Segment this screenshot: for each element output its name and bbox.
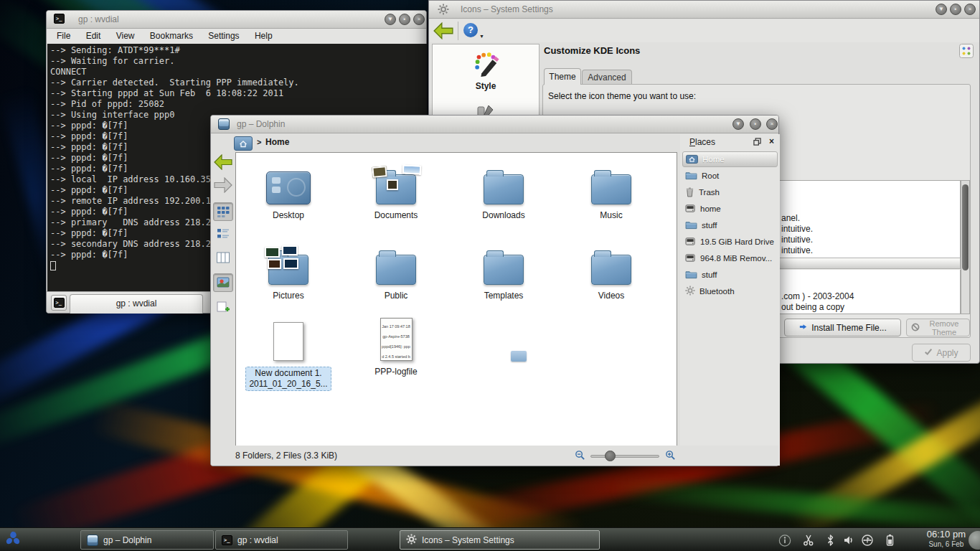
back-arrow-icon[interactable]	[433, 22, 453, 42]
battery-icon[interactable]	[883, 534, 896, 547]
volume-icon[interactable]	[842, 534, 855, 547]
scrollbar-handle[interactable]	[962, 184, 969, 270]
menu-settings[interactable]: Settings	[202, 29, 245, 43]
no-entry-icon	[911, 323, 920, 333]
folder-item[interactable]: Music	[561, 160, 661, 220]
dolphin-icon	[218, 118, 230, 130]
gear-icon	[438, 4, 449, 15]
place-bluetooth[interactable]: Bluetooth	[682, 283, 778, 299]
install-theme-button[interactable]: Install Theme File...	[784, 319, 901, 336]
apply-button[interactable]: Apply	[912, 344, 971, 362]
panel-toolbox-icon[interactable]	[969, 531, 980, 550]
launcher-icon[interactable]	[3, 529, 23, 551]
dolphin-window: gp – Dolphin ▼ ▪ × > Home	[210, 115, 779, 466]
folder-item[interactable]: Desktop	[238, 160, 339, 220]
breadcrumb-location[interactable]: Home	[265, 137, 289, 147]
downloads-folder-icon	[484, 174, 524, 204]
clock-time: 06:10 pm	[927, 529, 966, 540]
settings-titlebar[interactable]: Icons – System Settings ▼ ▪ ×	[429, 1, 979, 19]
status-bar: 8 Folders, 2 Files (3.3 KiB)	[211, 446, 778, 466]
breadcrumb-separator-icon: >	[257, 138, 261, 146]
folder-item[interactable]: Downloads	[453, 160, 554, 220]
dolphin-icon	[87, 534, 98, 546]
help-icon[interactable]: ?	[463, 23, 478, 37]
scrollbar[interactable]	[961, 180, 970, 314]
maximize-button[interactable]: ▪	[750, 118, 761, 130]
scissors-icon[interactable]	[802, 534, 815, 547]
back-arrow-icon[interactable]	[213, 153, 233, 171]
close-button[interactable]: ×	[766, 118, 778, 130]
zoom-out-icon[interactable]	[575, 450, 585, 463]
pictures-folder-icon	[268, 255, 308, 285]
forward-arrow-icon[interactable]	[213, 176, 233, 194]
menu-edit[interactable]: Edit	[80, 29, 108, 43]
remove-theme-button[interactable]: Remove Theme	[906, 319, 970, 336]
menu-bookmarks[interactable]: Bookmarks	[143, 29, 199, 43]
theme-description-text: out being a copy	[781, 302, 844, 312]
place-stuff2[interactable]: stuff	[682, 267, 778, 283]
terminal-icon: >_	[222, 535, 232, 545]
file-item-selected[interactable]: New document 1.2011_01_20_16_5...	[238, 314, 339, 391]
details-view-button[interactable]	[213, 225, 233, 243]
menu-file[interactable]: File	[50, 29, 77, 43]
taskbar-task-dolphin[interactable]: gp – Dolphin	[80, 530, 214, 550]
dolphin-window-title: gp – Dolphin	[237, 119, 285, 129]
icons-view-button[interactable]	[213, 202, 233, 221]
music-folder-icon	[591, 174, 631, 204]
menu-view[interactable]: View	[110, 29, 141, 43]
minimize-button[interactable]: ▼	[385, 14, 396, 25]
place-stuff[interactable]: stuff	[682, 217, 778, 233]
float-panel-icon[interactable]	[753, 138, 761, 148]
folder-item[interactable]: Videos	[561, 240, 661, 301]
clock[interactable]: 06:10 pm Sun, 6 Feb	[927, 529, 966, 550]
bluetooth-icon[interactable]	[824, 534, 837, 547]
preview-button[interactable]	[213, 273, 233, 292]
folder-item[interactable]: Public	[346, 240, 446, 301]
new-tab-button[interactable]: >_	[51, 295, 67, 311]
desktop: >_ gp : wvdial ▼ ▪ × File Edit View Book…	[0, 0, 980, 551]
place-home[interactable]: Home	[682, 151, 778, 167]
info-icon[interactable]	[778, 534, 791, 547]
home-folder-icon[interactable]	[234, 136, 253, 151]
file-item[interactable]: Jan 17 09:47:18 gp-Aspire-5738 pppd[1946…	[346, 314, 446, 377]
tab-advanced[interactable]: Advanced	[582, 70, 632, 85]
terminal-tab[interactable]: gp : wvdial	[70, 294, 203, 314]
minimize-button[interactable]: ▼	[732, 118, 744, 130]
dolphin-titlebar[interactable]: gp – Dolphin ▼ ▪ ×	[211, 116, 778, 133]
public-folder-icon	[376, 255, 416, 285]
close-button[interactable]: ×	[413, 14, 425, 25]
style-category[interactable]: Style	[433, 50, 539, 91]
split-view-button[interactable]	[213, 298, 233, 316]
taskbar-task-terminal[interactable]: >_ gp : wvdial	[215, 530, 348, 550]
zoom-slider-track[interactable]	[590, 455, 659, 458]
place-removable-drive[interactable]: 964.8 MiB Remov...	[682, 250, 778, 266]
columns-view-button[interactable]	[213, 248, 233, 267]
folder-item[interactable]: Pictures	[238, 240, 339, 301]
icon-sizes-icon[interactable]	[959, 44, 974, 58]
terminal-icon: >_	[54, 298, 65, 308]
folder-item[interactable]: Templates	[453, 240, 554, 301]
taskbar-task-system-settings[interactable]: Icons – System Settings	[400, 530, 600, 550]
minimize-button[interactable]: ▼	[936, 4, 947, 15]
usb-device-icon[interactable]	[861, 534, 874, 547]
menu-help[interactable]: Help	[248, 29, 279, 43]
terminal-titlebar[interactable]: >_ gp : wvdial ▼ ▪ ×	[47, 11, 426, 29]
toolbar-separator	[458, 22, 458, 40]
place-home-drive[interactable]: home	[682, 201, 778, 217]
tab-theme[interactable]: Theme	[544, 68, 581, 85]
place-trash[interactable]: Trash	[682, 184, 778, 200]
maximize-button[interactable]: ▪	[950, 4, 961, 15]
place-hard-drive[interactable]: 19.5 GiB Hard Drive	[682, 234, 778, 250]
theme-list-text: intuitive.	[781, 245, 813, 255]
close-panel-icon[interactable]: ×	[769, 136, 774, 146]
place-root[interactable]: Root	[682, 168, 778, 184]
zoom-in-icon[interactable]	[665, 450, 676, 463]
maximize-button[interactable]: ▪	[399, 14, 410, 25]
chevron-down-icon[interactable]: ▼	[479, 34, 484, 39]
folder-view[interactable]: Desktop Documents Downloads Music	[235, 152, 677, 447]
dolphin-side-toolbar	[212, 153, 235, 446]
close-button[interactable]: ×	[964, 4, 976, 15]
folder-item[interactable]: Documents	[346, 160, 446, 220]
zoom-slider-handle[interactable]	[605, 451, 616, 461]
install-arrow-icon	[798, 322, 808, 334]
